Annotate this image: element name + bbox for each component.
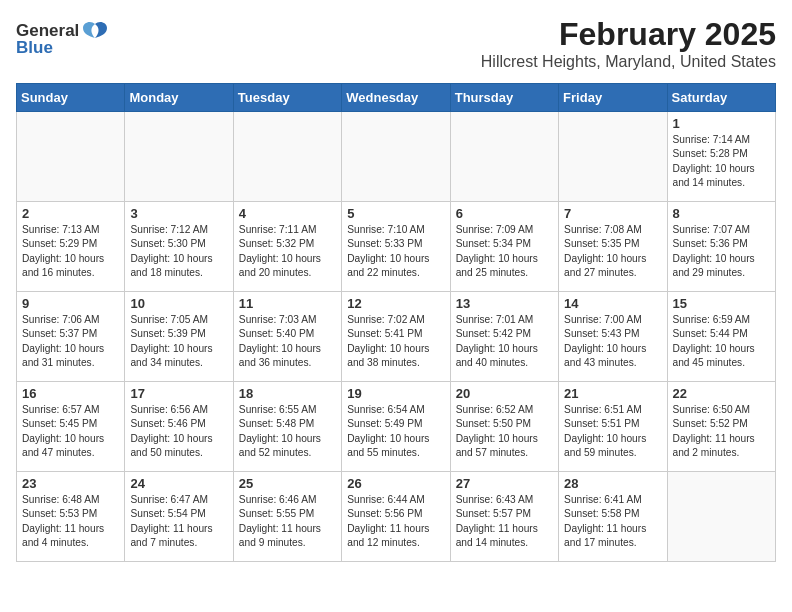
logo: General Blue (16, 20, 109, 58)
calendar-cell: 26Sunrise: 6:44 AM Sunset: 5:56 PM Dayli… (342, 472, 450, 562)
calendar-cell: 25Sunrise: 6:46 AM Sunset: 5:55 PM Dayli… (233, 472, 341, 562)
calendar-cell: 23Sunrise: 6:48 AM Sunset: 5:53 PM Dayli… (17, 472, 125, 562)
calendar-cell: 16Sunrise: 6:57 AM Sunset: 5:45 PM Dayli… (17, 382, 125, 472)
calendar-cell: 14Sunrise: 7:00 AM Sunset: 5:43 PM Dayli… (559, 292, 667, 382)
day-detail: Sunrise: 7:07 AM Sunset: 5:36 PM Dayligh… (673, 223, 770, 280)
weekday-header-sunday: Sunday (17, 84, 125, 112)
day-detail: Sunrise: 7:00 AM Sunset: 5:43 PM Dayligh… (564, 313, 661, 370)
calendar-cell: 10Sunrise: 7:05 AM Sunset: 5:39 PM Dayli… (125, 292, 233, 382)
calendar-cell (667, 472, 775, 562)
day-detail: Sunrise: 6:51 AM Sunset: 5:51 PM Dayligh… (564, 403, 661, 460)
calendar-cell: 17Sunrise: 6:56 AM Sunset: 5:46 PM Dayli… (125, 382, 233, 472)
calendar-cell: 15Sunrise: 6:59 AM Sunset: 5:44 PM Dayli… (667, 292, 775, 382)
calendar-cell: 6Sunrise: 7:09 AM Sunset: 5:34 PM Daylig… (450, 202, 558, 292)
calendar-cell: 21Sunrise: 6:51 AM Sunset: 5:51 PM Dayli… (559, 382, 667, 472)
day-detail: Sunrise: 6:43 AM Sunset: 5:57 PM Dayligh… (456, 493, 553, 550)
day-detail: Sunrise: 6:56 AM Sunset: 5:46 PM Dayligh… (130, 403, 227, 460)
calendar-week-row: 1Sunrise: 7:14 AM Sunset: 5:28 PM Daylig… (17, 112, 776, 202)
day-number: 11 (239, 296, 336, 311)
day-detail: Sunrise: 7:05 AM Sunset: 5:39 PM Dayligh… (130, 313, 227, 370)
day-number: 9 (22, 296, 119, 311)
day-detail: Sunrise: 7:14 AM Sunset: 5:28 PM Dayligh… (673, 133, 770, 190)
calendar-cell: 9Sunrise: 7:06 AM Sunset: 5:37 PM Daylig… (17, 292, 125, 382)
calendar-cell: 4Sunrise: 7:11 AM Sunset: 5:32 PM Daylig… (233, 202, 341, 292)
day-number: 15 (673, 296, 770, 311)
day-detail: Sunrise: 7:08 AM Sunset: 5:35 PM Dayligh… (564, 223, 661, 280)
day-number: 20 (456, 386, 553, 401)
day-detail: Sunrise: 6:50 AM Sunset: 5:52 PM Dayligh… (673, 403, 770, 460)
calendar-cell: 5Sunrise: 7:10 AM Sunset: 5:33 PM Daylig… (342, 202, 450, 292)
calendar-week-row: 9Sunrise: 7:06 AM Sunset: 5:37 PM Daylig… (17, 292, 776, 382)
day-detail: Sunrise: 6:46 AM Sunset: 5:55 PM Dayligh… (239, 493, 336, 550)
day-detail: Sunrise: 7:01 AM Sunset: 5:42 PM Dayligh… (456, 313, 553, 370)
calendar-cell: 2Sunrise: 7:13 AM Sunset: 5:29 PM Daylig… (17, 202, 125, 292)
calendar-cell (450, 112, 558, 202)
day-detail: Sunrise: 7:12 AM Sunset: 5:30 PM Dayligh… (130, 223, 227, 280)
day-number: 8 (673, 206, 770, 221)
day-detail: Sunrise: 6:54 AM Sunset: 5:49 PM Dayligh… (347, 403, 444, 460)
day-detail: Sunrise: 6:44 AM Sunset: 5:56 PM Dayligh… (347, 493, 444, 550)
day-number: 18 (239, 386, 336, 401)
day-detail: Sunrise: 6:52 AM Sunset: 5:50 PM Dayligh… (456, 403, 553, 460)
day-detail: Sunrise: 6:55 AM Sunset: 5:48 PM Dayligh… (239, 403, 336, 460)
weekday-header-wednesday: Wednesday (342, 84, 450, 112)
calendar-cell: 8Sunrise: 7:07 AM Sunset: 5:36 PM Daylig… (667, 202, 775, 292)
calendar-cell: 20Sunrise: 6:52 AM Sunset: 5:50 PM Dayli… (450, 382, 558, 472)
day-number: 6 (456, 206, 553, 221)
weekday-header-row: SundayMondayTuesdayWednesdayThursdayFrid… (17, 84, 776, 112)
calendar-header: February 2025 Hillcrest Heights, Marylan… (16, 16, 776, 71)
day-number: 5 (347, 206, 444, 221)
day-number: 10 (130, 296, 227, 311)
day-number: 14 (564, 296, 661, 311)
day-number: 4 (239, 206, 336, 221)
month-year-title: February 2025 (16, 16, 776, 53)
calendar-cell: 27Sunrise: 6:43 AM Sunset: 5:57 PM Dayli… (450, 472, 558, 562)
calendar-cell (559, 112, 667, 202)
day-detail: Sunrise: 6:41 AM Sunset: 5:58 PM Dayligh… (564, 493, 661, 550)
day-number: 1 (673, 116, 770, 131)
calendar-table: SundayMondayTuesdayWednesdayThursdayFrid… (16, 83, 776, 562)
calendar-cell: 19Sunrise: 6:54 AM Sunset: 5:49 PM Dayli… (342, 382, 450, 472)
day-detail: Sunrise: 7:09 AM Sunset: 5:34 PM Dayligh… (456, 223, 553, 280)
day-detail: Sunrise: 7:06 AM Sunset: 5:37 PM Dayligh… (22, 313, 119, 370)
calendar-cell (233, 112, 341, 202)
calendar-week-row: 16Sunrise: 6:57 AM Sunset: 5:45 PM Dayli… (17, 382, 776, 472)
day-detail: Sunrise: 7:02 AM Sunset: 5:41 PM Dayligh… (347, 313, 444, 370)
page-header: General Blue February 2025 Hillcrest Hei… (16, 16, 776, 75)
day-number: 17 (130, 386, 227, 401)
weekday-header-friday: Friday (559, 84, 667, 112)
day-number: 13 (456, 296, 553, 311)
calendar-cell: 3Sunrise: 7:12 AM Sunset: 5:30 PM Daylig… (125, 202, 233, 292)
calendar-cell (342, 112, 450, 202)
day-number: 24 (130, 476, 227, 491)
day-number: 7 (564, 206, 661, 221)
day-number: 2 (22, 206, 119, 221)
location-subtitle: Hillcrest Heights, Maryland, United Stat… (16, 53, 776, 71)
day-number: 26 (347, 476, 444, 491)
day-number: 22 (673, 386, 770, 401)
calendar-cell: 24Sunrise: 6:47 AM Sunset: 5:54 PM Dayli… (125, 472, 233, 562)
day-number: 3 (130, 206, 227, 221)
day-number: 12 (347, 296, 444, 311)
logo-blue-text: Blue (16, 38, 53, 58)
day-detail: Sunrise: 6:48 AM Sunset: 5:53 PM Dayligh… (22, 493, 119, 550)
calendar-cell: 13Sunrise: 7:01 AM Sunset: 5:42 PM Dayli… (450, 292, 558, 382)
day-detail: Sunrise: 6:59 AM Sunset: 5:44 PM Dayligh… (673, 313, 770, 370)
calendar-cell: 12Sunrise: 7:02 AM Sunset: 5:41 PM Dayli… (342, 292, 450, 382)
day-detail: Sunrise: 7:11 AM Sunset: 5:32 PM Dayligh… (239, 223, 336, 280)
calendar-week-row: 23Sunrise: 6:48 AM Sunset: 5:53 PM Dayli… (17, 472, 776, 562)
day-detail: Sunrise: 6:57 AM Sunset: 5:45 PM Dayligh… (22, 403, 119, 460)
calendar-week-row: 2Sunrise: 7:13 AM Sunset: 5:29 PM Daylig… (17, 202, 776, 292)
day-detail: Sunrise: 7:13 AM Sunset: 5:29 PM Dayligh… (22, 223, 119, 280)
calendar-cell: 11Sunrise: 7:03 AM Sunset: 5:40 PM Dayli… (233, 292, 341, 382)
day-number: 16 (22, 386, 119, 401)
calendar-cell (125, 112, 233, 202)
calendar-cell: 1Sunrise: 7:14 AM Sunset: 5:28 PM Daylig… (667, 112, 775, 202)
calendar-cell: 7Sunrise: 7:08 AM Sunset: 5:35 PM Daylig… (559, 202, 667, 292)
day-detail: Sunrise: 6:47 AM Sunset: 5:54 PM Dayligh… (130, 493, 227, 550)
calendar-cell: 18Sunrise: 6:55 AM Sunset: 5:48 PM Dayli… (233, 382, 341, 472)
weekday-header-saturday: Saturday (667, 84, 775, 112)
calendar-cell: 22Sunrise: 6:50 AM Sunset: 5:52 PM Dayli… (667, 382, 775, 472)
logo-bird-icon (81, 20, 109, 42)
day-number: 21 (564, 386, 661, 401)
